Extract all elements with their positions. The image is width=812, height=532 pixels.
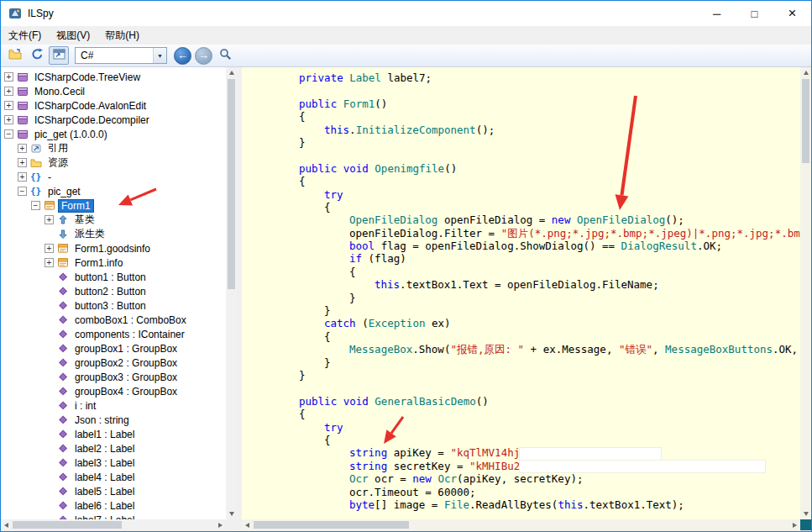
collapse-icon[interactable]: −: [18, 187, 27, 196]
tree-item[interactable]: +ICSharpCode.AvalonEdit: [4, 98, 226, 113]
code-line: {: [242, 266, 800, 278]
menu-item-view[interactable]: 视图(V): [49, 26, 97, 45]
code-horizontal-scrollbar[interactable]: [242, 519, 800, 530]
tree-item[interactable]: label6 : Label: [4, 498, 226, 513]
tree-item[interactable]: −pic_get (1.0.0.0): [4, 127, 226, 141]
tree-item-label: label4 : Label: [72, 471, 137, 483]
menu-item-file[interactable]: 文件(F): [1, 26, 49, 45]
tree-item[interactable]: +引用: [4, 141, 226, 155]
tree-item-label: pic_get (1.0.0.0): [32, 129, 110, 140]
window-title: ILSpy: [28, 8, 54, 19]
expand-icon[interactable]: +: [45, 258, 54, 267]
tree-hscroll-thumb[interactable]: [13, 521, 122, 529]
tree-item[interactable]: groupBox3 : GroupBox: [4, 370, 226, 384]
tree-item[interactable]: +{}-: [4, 170, 226, 184]
refresh-button[interactable]: [27, 46, 47, 65]
tree-item[interactable]: button2 : Button: [4, 284, 226, 298]
scroll-left-icon[interactable]: [242, 519, 253, 530]
scroll-down-icon[interactable]: [800, 508, 811, 519]
scroll-left-icon[interactable]: [1, 519, 12, 530]
tree-item[interactable]: 派生类: [4, 227, 226, 241]
code-vscroll-thumb[interactable]: [802, 79, 809, 163]
back-button[interactable]: ←: [174, 47, 191, 65]
expand-icon[interactable]: +: [18, 172, 27, 182]
tree-item[interactable]: label3 : Label: [4, 456, 226, 470]
class-icon: [56, 257, 69, 268]
tree-item[interactable]: +基类: [4, 213, 226, 227]
field-icon: [56, 414, 69, 425]
forward-button[interactable]: →: [195, 47, 212, 65]
tree-item[interactable]: +ICSharpCode.TreeView: [4, 70, 226, 84]
code-line: public void GeneralBasicDemo(): [242, 395, 800, 408]
tree-item-label: Form1.goodsinfo: [72, 243, 153, 255]
tree-item[interactable]: label5 : Label: [4, 484, 226, 498]
tree-item-label: label3 : Label: [72, 457, 137, 469]
tree-item[interactable]: +ICSharpCode.Decompiler: [4, 113, 226, 127]
minimize-button[interactable]: ─: [698, 1, 736, 26]
tree-item[interactable]: i : int: [4, 398, 226, 413]
scroll-right-icon[interactable]: [789, 519, 800, 530]
code-hscroll-thumb[interactable]: [254, 521, 409, 529]
menu-item-help[interactable]: 帮助(H): [97, 26, 147, 45]
expand-icon[interactable]: +: [18, 144, 27, 153]
tree-item[interactable]: label2 : Label: [4, 441, 226, 456]
tree-item[interactable]: +Form1.info: [4, 255, 226, 270]
code-line: bool flag = openFileDialog.ShowDialog() …: [242, 240, 800, 252]
search-button[interactable]: [215, 46, 235, 65]
tree-item[interactable]: −Form1: [4, 198, 226, 213]
tree-item[interactable]: comboBox1 : ComboBox: [4, 313, 226, 327]
scroll-up-icon[interactable]: [226, 67, 237, 78]
tree-item[interactable]: +Form1.goodsinfo: [4, 241, 226, 255]
decompiled-code-view: private Label label7; public Form1(){thi…: [242, 67, 800, 519]
tree-item[interactable]: button3 : Button: [4, 298, 226, 313]
tree-item[interactable]: components : IContainer: [4, 327, 226, 341]
assembly-icon: [16, 86, 29, 97]
tree-horizontal-scrollbar[interactable]: [1, 519, 226, 530]
tree-item[interactable]: label4 : Label: [4, 470, 226, 484]
tree-vscroll-thumb[interactable]: [228, 79, 235, 289]
tree-item[interactable]: button1 : Button: [4, 270, 226, 284]
scroll-down-icon[interactable]: [226, 508, 237, 519]
tree-item-label: 资源: [45, 155, 71, 170]
tree-item[interactable]: groupBox2 : GroupBox: [4, 356, 226, 370]
expand-icon[interactable]: +: [4, 87, 13, 96]
tree-item-label: button3 : Button: [72, 300, 149, 312]
collapse-icon[interactable]: −: [31, 201, 40, 210]
tree-item[interactable]: −{}pic_get: [4, 184, 226, 198]
tree-item[interactable]: +Mono.Cecil: [4, 84, 226, 98]
scroll-right-icon[interactable]: [215, 519, 226, 530]
chevron-down-icon[interactable]: ▼: [153, 48, 166, 63]
code-line: [242, 149, 800, 161]
field-icon: [56, 371, 69, 382]
expand-icon[interactable]: +: [18, 158, 27, 167]
show-internal-api-toggle[interactable]: [49, 46, 69, 65]
tree-item[interactable]: groupBox1 : GroupBox: [4, 341, 226, 356]
scroll-up-icon[interactable]: [800, 67, 811, 78]
close-button[interactable]: ×: [773, 1, 811, 26]
code-line: private Label label7;: [242, 71, 800, 84]
assembly-icon: [16, 71, 29, 82]
tree-item-label: Form1: [59, 200, 93, 212]
tree-item[interactable]: groupBox4 : GroupBox: [4, 384, 226, 398]
tree-vertical-scrollbar[interactable]: [226, 67, 237, 519]
tree-item-label: pic_get: [45, 186, 83, 198]
code-view-panel: private Label label7; public Form1(){thi…: [242, 67, 811, 530]
tree-item[interactable]: label7 : Label: [4, 513, 226, 519]
expand-icon[interactable]: +: [45, 215, 54, 224]
code-line: }: [242, 369, 800, 382]
expand-icon[interactable]: +: [4, 101, 13, 110]
open-file-button[interactable]: [5, 46, 25, 65]
folder-icon: [29, 157, 42, 168]
maximize-button[interactable]: □: [736, 1, 773, 26]
code-vertical-scrollbar[interactable]: [800, 67, 811, 519]
expand-icon[interactable]: +: [45, 244, 54, 253]
expand-icon[interactable]: +: [4, 72, 13, 82]
expand-icon[interactable]: +: [4, 115, 13, 124]
tree-item[interactable]: +资源: [4, 155, 226, 170]
class-icon: [43, 200, 55, 211]
tree-item[interactable]: label1 : Label: [4, 427, 226, 441]
tree-item[interactable]: Json : string: [4, 413, 226, 427]
tree-item-label: groupBox1 : GroupBox: [72, 343, 180, 355]
language-select[interactable]: C# ▼: [75, 47, 167, 64]
collapse-icon[interactable]: −: [4, 129, 13, 139]
